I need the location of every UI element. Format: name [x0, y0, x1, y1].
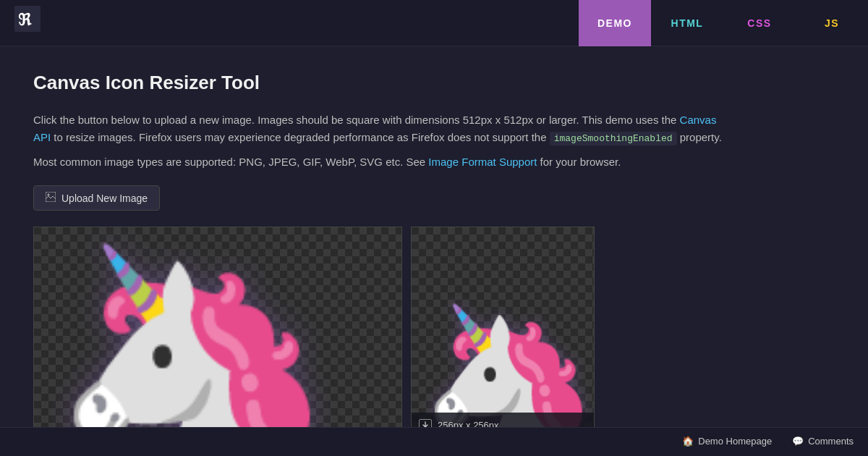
- large-unicorn-image: 🦄: [48, 250, 337, 439]
- tab-demo[interactable]: DEMO: [579, 0, 651, 46]
- tab-html[interactable]: HTML: [651, 0, 723, 46]
- demo-homepage-link[interactable]: 🏠 Demo Homepage: [682, 434, 772, 449]
- comments-link[interactable]: 💬 Comments: [792, 434, 854, 449]
- home-icon: 🏠: [682, 434, 694, 449]
- site-logo: ℜ: [14, 6, 41, 39]
- navigation: ℜ DEMO HTML CSS JS: [0, 0, 868, 46]
- main-content: Canvas Icon Resizer Tool Click the butto…: [0, 46, 868, 454]
- small-image-panel: 🦄 256px x 256px: [411, 227, 595, 439]
- description-line2: Most common image types are supported: P…: [33, 153, 728, 171]
- svg-text:ℜ: ℜ: [18, 11, 32, 29]
- image-panels: 🦄 🦄 256px x 256px: [33, 227, 835, 439]
- page-title: Canvas Icon Resizer Tool: [33, 68, 835, 98]
- tab-js[interactable]: JS: [796, 0, 868, 46]
- bottom-bar: 🏠 Demo Homepage 💬 Comments: [0, 427, 868, 456]
- upload-icon: [46, 192, 56, 204]
- svg-rect-2: [46, 192, 56, 202]
- large-image-panel: 🦄: [33, 227, 402, 439]
- upload-button[interactable]: Upload New Image: [33, 185, 160, 211]
- tab-css[interactable]: CSS: [723, 0, 796, 46]
- description-line1: Click the button below to upload a new i…: [33, 111, 728, 147]
- comments-icon: 💬: [792, 434, 804, 449]
- image-format-link[interactable]: Image Format Support: [428, 156, 537, 168]
- inline-code: imageSmoothingEnabled: [550, 132, 677, 145]
- svg-point-3: [48, 194, 50, 196]
